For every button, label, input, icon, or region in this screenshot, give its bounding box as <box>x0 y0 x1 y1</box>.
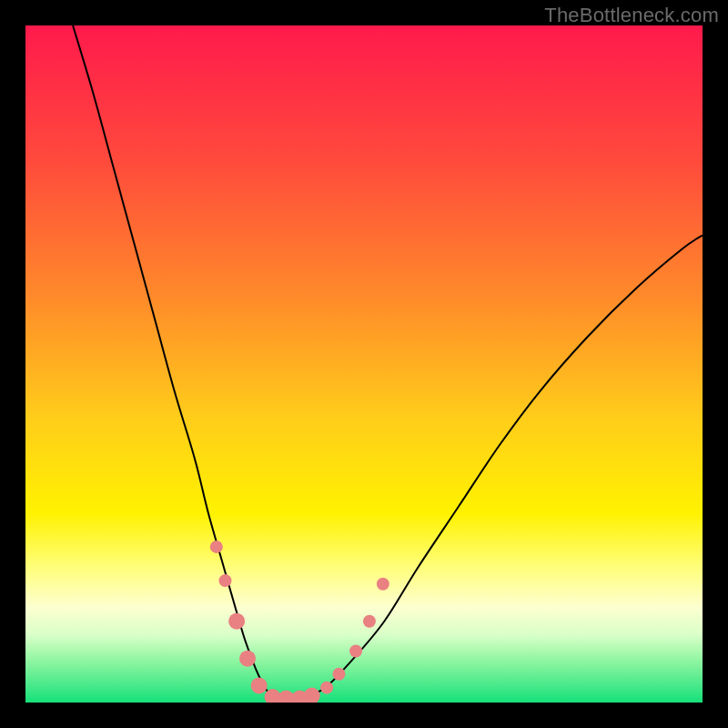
data-marker <box>349 644 362 657</box>
watermark-text: TheBottleneck.com <box>544 4 719 27</box>
data-marker <box>228 613 245 630</box>
data-marker <box>377 578 389 591</box>
data-marker <box>363 615 376 628</box>
plot-area <box>25 25 703 703</box>
data-marker <box>218 574 231 587</box>
data-marker <box>210 541 223 553</box>
chart-frame: TheBottleneck.com <box>0 0 728 728</box>
data-marker <box>251 677 268 693</box>
bottleneck-chart <box>25 25 703 703</box>
data-marker <box>320 682 333 694</box>
gradient-background <box>25 25 703 703</box>
data-marker <box>332 668 345 681</box>
data-marker <box>239 651 256 667</box>
